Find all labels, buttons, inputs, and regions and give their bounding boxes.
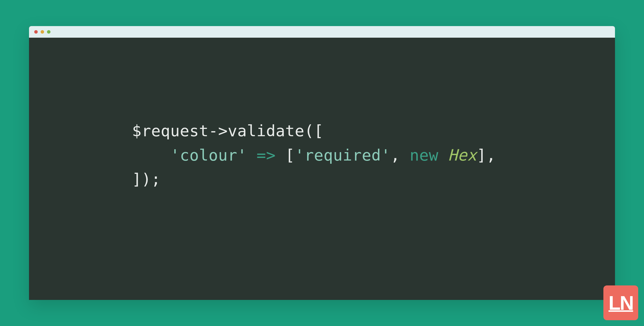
code-keyword: new — [410, 146, 448, 164]
logo-badge: LN — [603, 285, 638, 320]
code-text: ]); — [132, 170, 161, 188]
close-icon[interactable] — [34, 30, 38, 34]
code-arrow: => — [247, 146, 285, 164]
code-bracket: [ — [285, 146, 295, 164]
code-comma: , — [390, 146, 410, 164]
code-indent — [132, 146, 170, 164]
maximize-icon[interactable] — [47, 30, 50, 34]
code-bracket: ], — [477, 146, 496, 164]
code-area: $request->validate([ 'colour' => ['requi… — [29, 38, 615, 192]
code-line-1: $request->validate([ — [132, 119, 615, 143]
editor-window: $request->validate([ 'colour' => ['requi… — [29, 26, 615, 300]
logo-text: LN — [609, 292, 633, 314]
code-line-2: 'colour' => ['required', new Hex], — [132, 143, 615, 167]
code-string: 'colour' — [170, 146, 247, 164]
minimize-icon[interactable] — [41, 30, 44, 34]
code-string: 'required' — [295, 146, 390, 164]
code-text: $request->validate([ — [132, 122, 323, 140]
code-classname: Hex — [448, 146, 477, 164]
code-line-3: ]); — [132, 167, 615, 192]
title-bar — [29, 26, 615, 38]
